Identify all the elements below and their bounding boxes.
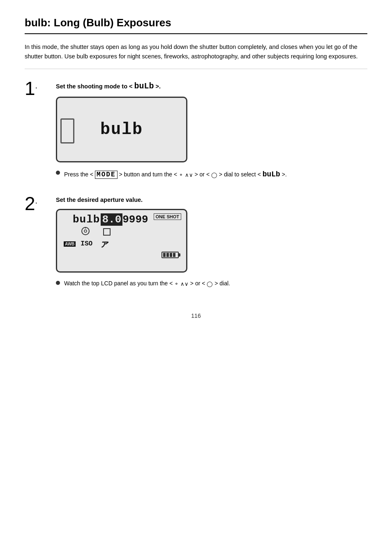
svg-point-1 [84, 230, 87, 232]
intro-paragraph: In this mode, the shutter stays open as … [25, 42, 367, 69]
battery-seg-1 [163, 253, 166, 257]
circle-target-icon [81, 227, 90, 236]
lcd2-shutter-value: 9999 [122, 213, 148, 226]
bullet-dot-1 [56, 171, 60, 175]
page-number: 116 [25, 312, 367, 319]
battery-seg-3 [170, 253, 172, 257]
step-1-title: Set the shooting mode to < buLb >. [56, 81, 367, 91]
mode-button: MODE [95, 171, 117, 179]
lcd2-oneshot-badge: ONE SHOT [154, 213, 181, 220]
step-1-bullet: Press the < MODE > button and turn the <… [56, 169, 367, 180]
step-1-number: 1. [25, 79, 49, 98]
step-2-bullet-text: Watch the top LCD panel as you turn the … [64, 279, 367, 288]
dial-icon-2: ◯ [211, 171, 217, 179]
or-text-1: or [200, 171, 205, 178]
lcd2-square-icon [103, 228, 111, 236]
lcd-display-1: bulb [56, 97, 187, 162]
aperture-icon: ァ [99, 238, 108, 250]
step-1-content: Set the shooting mode to < buLb >. bulb … [56, 81, 367, 180]
battery-seg-2 [166, 253, 169, 257]
step-2-title: Set the desired aperture value. [56, 197, 367, 203]
lcd1-bulb-text: bulb [100, 120, 143, 139]
lcd2-circle-target [81, 227, 90, 237]
lcd2-top-line: bulb 8.0 9999 ONE SHOT [61, 213, 182, 226]
page-title: bulb: Long (Bulb) Exposures [25, 16, 367, 34]
step-1-bullet-text: Press the < MODE > button and turn the <… [64, 169, 367, 180]
step-2-content: Set the desired aperture value. bulb 8.0… [56, 197, 367, 288]
dial-icon-1: ⚬ ∧∨ [179, 171, 193, 179]
bullet-dot-2 [56, 281, 60, 285]
step-1: 1. Set the shooting mode to < buLb >. bu… [25, 81, 367, 180]
steps-container: 1. Set the shooting mode to < buLb >. bu… [25, 81, 367, 288]
battery-seg-4 [173, 253, 175, 257]
step-2: 2. Set the desired aperture value. bulb … [25, 197, 367, 288]
dial-icon-3: ⚬ ∧∨ [174, 280, 189, 288]
lcd2-info-row: AWB ISO ァ [61, 238, 182, 250]
lcd2-aperture-value: 8.0 [101, 213, 122, 226]
or-text-2: or [195, 280, 200, 287]
battery-icon [161, 252, 179, 258]
step-2-bullet: Watch the top LCD panel as you turn the … [56, 279, 367, 288]
lcd2-row2 [61, 227, 182, 237]
iso-text: ISO [81, 240, 92, 248]
lcd2-bulb-text: bulb [73, 213, 100, 226]
step-2-number: 2. [25, 194, 49, 213]
bulb-select-label: buLb [263, 170, 280, 178]
lcd2-battery-row [61, 252, 182, 258]
lcd-display-2: bulb 8.0 9999 ONE SHOT [56, 209, 187, 273]
awb-badge: AWB [64, 241, 76, 247]
mode-label-bulb: buLb [134, 81, 154, 91]
page-container: bulb: Long (Bulb) Exposures In this mode… [25, 16, 367, 319]
dial-icon-4: ◯ [207, 280, 213, 288]
